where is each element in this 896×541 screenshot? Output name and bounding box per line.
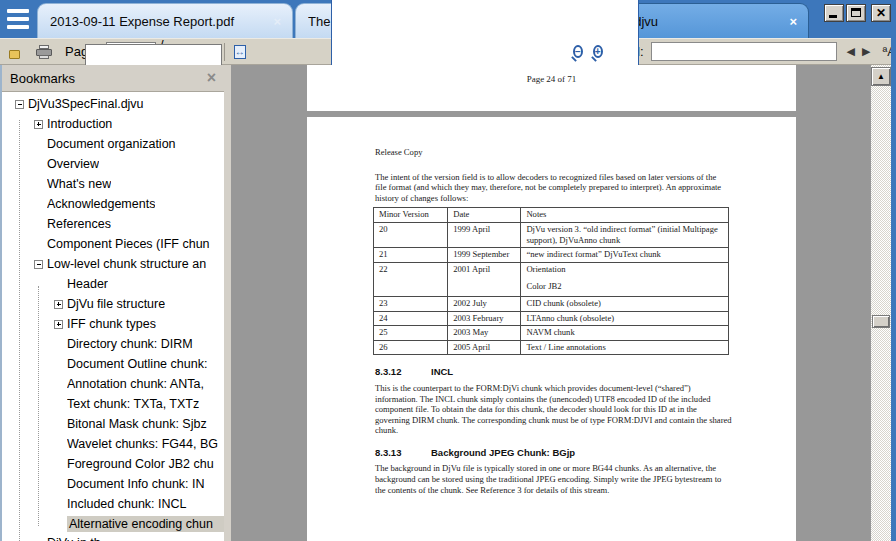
column-header: Date	[448, 208, 521, 223]
bookmarks-header: Bookmarks ×	[2, 65, 224, 92]
bookmark-label: Included chunk: INCL	[67, 497, 187, 511]
menu-button[interactable]	[0, 0, 36, 38]
document-canvas[interactable]: Page 24 of 71 Release Copy The intent of…	[231, 65, 871, 541]
tab-close-icon[interactable]: ×	[787, 14, 799, 29]
bookmarks-panel: Bookmarks × DjVu3SpecFinal.djvu Introduc…	[0, 65, 224, 541]
bookmarks-title: Bookmarks	[10, 71, 207, 86]
table-row: 23 2002 July CID chunk (obsolete)	[374, 296, 729, 311]
close-button[interactable]: ✕	[871, 4, 891, 22]
bookmark-label: Component Pieces (IFF chun	[47, 237, 210, 251]
bookmark-label: Low-level chunk structure an	[47, 257, 206, 271]
bookmark-label: Introduction	[47, 117, 112, 131]
bookmark-label: References	[47, 217, 111, 231]
tab-close-icon[interactable]: ×	[271, 14, 283, 29]
bookmark-item[interactable]: Header	[2, 274, 224, 294]
bookmark-item[interactable]: Foreground Color JB2 chu	[2, 454, 224, 474]
bookmark-item[interactable]: Text chunk: TXTa, TXTz	[2, 394, 224, 414]
open-file-button[interactable]	[9, 44, 25, 59]
bookmark-item[interactable]: References	[2, 214, 224, 234]
expand-icon[interactable]	[34, 120, 43, 129]
print-button[interactable]	[36, 45, 52, 59]
bookmark-item[interactable]: Component Pieces (IFF chun	[2, 234, 224, 254]
bookmark-item[interactable]: Bitonal Mask chunk: Sjbz	[2, 414, 224, 434]
table-row: 26 2005 April Text / Line annotations	[374, 340, 729, 355]
expand-icon[interactable]	[54, 300, 63, 309]
window-edge	[891, 38, 896, 541]
page-24: Page 24 of 71	[307, 65, 796, 111]
bookmark-item[interactable]: Annotation chunk: ANTa,	[2, 374, 224, 394]
bookmark-label: Header	[67, 277, 108, 291]
bookmark-item[interactable]: Acknowledgements	[2, 194, 224, 214]
bookmark-item[interactable]: Wavelet chunks: FG44, BG	[2, 434, 224, 454]
close-icon: ✕	[872, 5, 890, 21]
tab-label: 2013-09-11 Expense Report.pdf	[50, 14, 271, 29]
bookmark-label: Alternative encoding chun	[67, 516, 224, 532]
bookmark-item[interactable]: Directory chunk: DIRM	[2, 334, 224, 354]
app-window: 2013-09-11 Expense Report.pdf × The Port…	[0, 0, 896, 541]
zoom-in-button[interactable]: +	[593, 45, 603, 58]
bookmark-label: DjVu file structure	[67, 297, 165, 311]
table-header-row: Minor Version Date Notes	[374, 208, 729, 223]
section-body: The background in DjVu file is typically…	[375, 463, 733, 495]
find-next-button[interactable]: ▶	[862, 45, 870, 58]
bookmark-item[interactable]: DjVu in th	[2, 534, 224, 541]
toolbar: Page: / 71 ⇦ ⇨ ↔ − + Find: ◀ ▶ ªA	[0, 38, 896, 65]
up-arrow-icon: ▲	[877, 72, 885, 81]
zoom-out-button[interactable]: −	[573, 45, 583, 58]
bookmark-label: Acknowledgements	[47, 197, 155, 211]
bookmark-item[interactable]: Document Info chunk: IN	[2, 474, 224, 494]
minimize-button[interactable]	[824, 4, 844, 22]
scroll-up-button[interactable]: ▲	[871, 67, 891, 86]
bookmark-item[interactable]: DjVu file structure	[2, 294, 224, 314]
find-input[interactable]	[651, 42, 837, 61]
bookmarks-tree: DjVu3SpecFinal.djvu Introduction Documen…	[2, 92, 224, 541]
scrollbar-thumb[interactable]	[872, 315, 890, 328]
maximize-button[interactable]	[846, 4, 866, 22]
section-heading: 8.3.12 INCL	[375, 367, 729, 378]
collapse-icon[interactable]	[34, 260, 43, 269]
bookmark-label: Document Info chunk: IN	[67, 477, 205, 491]
intro-paragraph: The intent of the version field is to al…	[375, 172, 729, 204]
bookmark-label: Wavelet chunks: FG44, BG	[67, 437, 218, 451]
bookmarks-close-icon[interactable]: ×	[207, 70, 216, 86]
bookmark-label: Text chunk: TXTa, TXTz	[67, 397, 199, 411]
table-row: 24 2003 February LTAnno chunk (obsolete)	[374, 311, 729, 326]
table-row: 25 2003 May NAVM chunk	[374, 326, 729, 341]
table-row: 20 1999 April DjVu version 3. “old indir…	[374, 222, 729, 247]
bookmark-item[interactable]: Included chunk: INCL	[2, 494, 224, 514]
bookmark-item[interactable]: IFF chunk types	[2, 314, 224, 334]
bookmark-label: Foreground Color JB2 chu	[67, 457, 214, 471]
main-area: Bookmarks × DjVu3SpecFinal.djvu Introduc…	[0, 65, 896, 541]
table-row: 22 2001 April OrientationColor JB2	[374, 262, 729, 296]
bookmark-item[interactable]: What's new	[2, 174, 224, 194]
bookmark-item[interactable]: Low-level chunk structure an	[2, 254, 224, 274]
bookmark-item-selected[interactable]: Alternative encoding chun	[2, 514, 224, 534]
collapse-icon[interactable]	[15, 100, 24, 109]
bookmark-item[interactable]: Document Outline chunk:	[2, 354, 224, 374]
page-footer: Page 24 of 71	[527, 74, 577, 84]
fit-width-button[interactable]: ↔	[234, 45, 246, 59]
page-25: Release Copy The intent of the version f…	[307, 117, 796, 541]
expand-icon[interactable]	[54, 320, 63, 329]
column-header: Notes	[521, 208, 729, 223]
bookmark-item[interactable]: DjVu3SpecFinal.djvu	[2, 94, 224, 114]
vertical-scrollbar[interactable]: ▲	[871, 65, 891, 541]
bookmark-label: Directory chunk: DIRM	[67, 337, 193, 351]
bookmark-label: What's new	[47, 177, 111, 191]
window-controls: ✕	[824, 4, 891, 23]
bookmark-item[interactable]: Overview	[2, 154, 224, 174]
tab-expense-report[interactable]: 2013-09-11 Expense Report.pdf ×	[37, 3, 293, 38]
bookmark-item[interactable]: Document organization	[2, 134, 224, 154]
hamburger-icon	[7, 9, 29, 13]
find-previous-button[interactable]: ◀	[847, 45, 855, 58]
bookmark-item[interactable]: Introduction	[2, 114, 224, 134]
column-header: Minor Version	[374, 208, 448, 223]
bookmark-label: Document Outline chunk:	[67, 357, 207, 371]
maximize-icon	[851, 8, 861, 17]
bookmark-label: Bitonal Mask chunk: Sjbz	[67, 417, 207, 431]
bookmark-label: Document organization	[47, 137, 176, 151]
bookmark-label: DjVu3SpecFinal.djvu	[28, 97, 144, 111]
version-history-table: Minor Version Date Notes 20 1999 April D…	[373, 207, 729, 355]
release-copy-text: Release Copy	[375, 147, 729, 158]
sidebar-splitter[interactable]	[224, 65, 231, 541]
